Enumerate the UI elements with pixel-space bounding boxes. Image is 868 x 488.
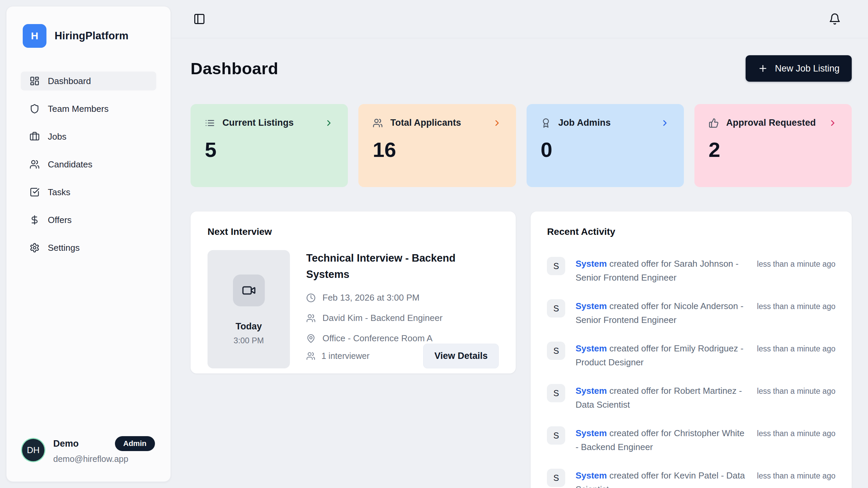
activity-avatar: S xyxy=(547,384,565,402)
sidebar-item-team-members[interactable]: Team Members xyxy=(21,99,156,118)
stat-label: Current Listings xyxy=(222,118,294,128)
main-area: Dashboard New Job Listing Current Listin… xyxy=(171,0,868,488)
sidebar-item-label: Dashboard xyxy=(48,76,91,86)
activity-item[interactable]: S System created offer for Christopher W… xyxy=(547,426,835,454)
interview-datetime: Feb 13, 2026 at 3:00 PM xyxy=(322,292,419,303)
stat-value: 5 xyxy=(205,138,334,162)
activity-actor: System xyxy=(575,428,607,438)
briefcase-icon xyxy=(29,131,40,142)
bottom-section: Next Interview Today 3:00 PM Technical I… xyxy=(191,211,852,488)
sidebar-item-candidates[interactable]: Candidates xyxy=(21,155,156,174)
layout-dashboard-icon xyxy=(29,76,40,86)
sidebar-item-offers[interactable]: Offers xyxy=(21,210,156,229)
users-icon xyxy=(29,159,40,169)
activity-item[interactable]: S System created offer for Kevin Patel -… xyxy=(547,469,835,488)
stat-card-current-listings[interactable]: Current Listings 5 xyxy=(191,104,348,187)
activity-item[interactable]: S System created offer for Nicole Anders… xyxy=(547,299,835,327)
users-icon xyxy=(373,118,383,128)
activity-avatar: S xyxy=(547,469,565,487)
sidebar-item-dashboard[interactable]: Dashboard xyxy=(21,72,156,90)
sidebar-item-label: Tasks xyxy=(48,187,70,198)
recent-activity-title: Recent Activity xyxy=(547,226,835,237)
sidebar-item-jobs[interactable]: Jobs xyxy=(21,127,156,146)
brand-name: HiringPlatform xyxy=(55,30,129,42)
sidebar-item-settings[interactable]: Settings xyxy=(21,238,156,257)
interview-location-row: Office - Conference Room A xyxy=(306,333,499,344)
new-job-listing-button[interactable]: New Job Listing xyxy=(746,55,852,82)
chevron-right-icon xyxy=(492,118,502,128)
activity-item[interactable]: S System created offer for Sarah Johnson… xyxy=(547,257,835,284)
activity-actor: System xyxy=(575,343,607,353)
map-pin-icon xyxy=(306,334,316,343)
activity-timestamp: less than a minute ago xyxy=(757,257,835,284)
interview-time: 3:00 PM xyxy=(234,336,264,345)
avatar: DH xyxy=(22,439,44,461)
shield-icon xyxy=(29,104,40,114)
page-content: Dashboard New Job Listing Current Listin… xyxy=(171,38,868,488)
notifications-button[interactable] xyxy=(827,11,843,27)
gear-icon xyxy=(29,243,40,253)
view-details-button[interactable]: View Details xyxy=(423,344,499,368)
sidebar-nav: Dashboard Team Members Jobs Candidates T… xyxy=(21,72,156,257)
stat-card-approval-requested[interactable]: Approval Requested 2 xyxy=(694,104,852,187)
activity-avatar: S xyxy=(547,426,565,445)
activity-item[interactable]: S System created offer for Emily Rodrigu… xyxy=(547,342,835,369)
stat-label: Approval Requested xyxy=(726,118,816,128)
interview-person-row: David Kim - Backend Engineer xyxy=(306,313,499,323)
chevron-right-icon xyxy=(828,118,837,128)
stat-card-job-admins[interactable]: Job Admins 0 xyxy=(527,104,684,187)
interviewer-count-row: 1 interviewer xyxy=(306,351,370,361)
next-interview-card: Next Interview Today 3:00 PM Technical I… xyxy=(191,211,516,373)
interview-date-tile: Today 3:00 PM xyxy=(208,250,290,368)
users-icon xyxy=(306,351,315,361)
interview-datetime-row: Feb 13, 2026 at 3:00 PM xyxy=(306,292,499,303)
role-badge: Admin xyxy=(115,436,155,451)
activity-timestamp: less than a minute ago xyxy=(757,384,835,411)
video-icon xyxy=(233,274,265,306)
chevron-right-icon xyxy=(660,118,670,128)
sidebar: H HiringPlatform Dashboard Team Members … xyxy=(6,6,171,482)
interviewer-count: 1 interviewer xyxy=(321,351,370,361)
user-panel[interactable]: DH Demo Admin demo@hireflow.app xyxy=(21,436,156,464)
stat-card-total-applicants[interactable]: Total Applicants 16 xyxy=(358,104,516,187)
sidebar-toggle-button[interactable] xyxy=(191,11,208,27)
plus-icon xyxy=(758,63,768,74)
activity-actor: System xyxy=(575,386,607,396)
users-icon xyxy=(306,313,316,323)
dollar-icon xyxy=(29,215,40,225)
stat-label: Total Applicants xyxy=(390,118,461,128)
activity-item[interactable]: S System created offer for Robert Martin… xyxy=(547,384,835,411)
sidebar-item-label: Settings xyxy=(48,243,80,253)
activity-actor: System xyxy=(575,470,607,481)
chevron-right-icon xyxy=(324,118,334,128)
activity-list: S System created offer for Sarah Johnson… xyxy=(547,257,835,488)
clock-icon xyxy=(306,293,316,303)
sidebar-item-tasks[interactable]: Tasks xyxy=(21,183,156,202)
activity-avatar: S xyxy=(547,299,565,318)
activity-actor: System xyxy=(575,301,607,311)
user-info: Demo Admin demo@hireflow.app xyxy=(53,436,155,464)
stat-value: 0 xyxy=(541,138,670,162)
stat-value: 16 xyxy=(373,138,501,162)
page-title: Dashboard xyxy=(191,59,278,78)
recent-activity-card: Recent Activity S System created offer f… xyxy=(531,211,852,488)
brand: H HiringPlatform xyxy=(21,24,156,48)
activity-avatar: S xyxy=(547,342,565,360)
sidebar-item-label: Jobs xyxy=(48,131,66,142)
interview-location: Office - Conference Room A xyxy=(322,333,433,344)
activity-timestamp: less than a minute ago xyxy=(757,469,835,488)
sidebar-item-label: Candidates xyxy=(48,159,93,170)
user-name: Demo xyxy=(53,439,79,449)
stat-label: Job Admins xyxy=(558,118,611,128)
new-job-listing-label: New Job Listing xyxy=(775,63,840,74)
interview-day: Today xyxy=(236,321,262,332)
brand-logo: H xyxy=(23,24,46,48)
activity-actor: System xyxy=(575,259,607,269)
square-check-icon xyxy=(29,187,40,197)
activity-text: System created offer for Kevin Patel - D… xyxy=(575,469,747,488)
activity-avatar: S xyxy=(547,257,565,275)
stats-row: Current Listings 5 Total Applicants 16 J… xyxy=(191,104,852,187)
panel-left-icon xyxy=(193,13,205,25)
activity-text: System created offer for Robert Martinez… xyxy=(575,384,747,411)
interview-title: Technical Interview - Backend Systems xyxy=(306,250,469,283)
